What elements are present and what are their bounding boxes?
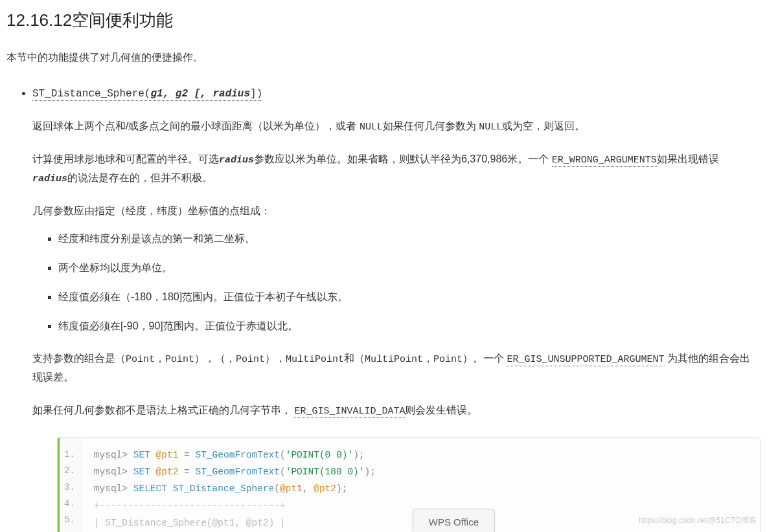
section-title: 空间便利功能: [72, 10, 173, 30]
error-code-link[interactable]: ER_GIS_UNSUPPORTED_ARGUMENT: [507, 354, 665, 366]
list-item: 经度值必须在（-180，180]范围内。正值位于本初子午线以东。: [58, 288, 761, 307]
section-heading: 12.16.12空间便利功能: [6, 5, 761, 36]
function-arg-g2: g2: [176, 88, 188, 100]
radius-param: radius: [219, 155, 254, 166]
function-item: ST_Distance_Sphere(g1, g2 [, radius]) 返回…: [32, 84, 761, 532]
desc-paragraph-4: 支持参数的组合是（Point，Point），（，Point），MultiPoin…: [32, 349, 761, 387]
desc-paragraph-2: 计算使用球形地球和可配置的半径。可选radius参数应以米为单位。如果省略，则默…: [32, 150, 761, 188]
null-literal: NULL: [360, 122, 383, 133]
function-arg-g1: g1: [150, 88, 163, 100]
list-item: 纬度值必须在[-90，90]范围内。正值位于赤道以北。: [58, 317, 761, 336]
desc-paragraph-3: 几何参数应由指定（经度，纬度）坐标值的点组成：: [32, 202, 761, 221]
desc-paragraph-1: 返回球体上两个点和/或多点之间的最小球面距离（以米为单位），或者 NULL如果任…: [32, 117, 761, 136]
section-number: 12.16.12: [6, 10, 72, 30]
error-code-link[interactable]: ER_WRONG_ARGUMENTS: [552, 155, 657, 167]
code-lines: mysql> SET @pt1 = ST_GeomFromText('POINT…: [82, 438, 387, 532]
null-literal: NULL: [479, 122, 502, 133]
function-signature[interactable]: ST_Distance_Sphere(g1, g2 [, radius]): [32, 88, 262, 101]
error-code-link[interactable]: ER_GIS_INVALID_DATA: [294, 406, 405, 418]
list-item: 两个坐标均以度为单位。: [58, 259, 761, 278]
intro-paragraph: 本节中的功能提供了对几何值的便捷操作。: [6, 49, 761, 67]
wps-office-popup[interactable]: WPS Office: [413, 509, 495, 532]
coordinate-rules-list: 经度和纬度分别是该点的第一和第二坐标。 两个坐标均以度为单位。 经度值必须在（-…: [32, 230, 761, 335]
function-name: ST_Distance_Sphere: [32, 88, 144, 100]
function-list: ST_Distance_Sphere(g1, g2 [, radius]) 返回…: [6, 84, 761, 532]
list-item: 经度和纬度分别是该点的第一和第二坐标。: [58, 230, 761, 249]
code-block: 1.2.3.4.5.6.7.8. mysql> SET @pt1 = ST_Ge…: [57, 437, 761, 532]
desc-paragraph-5: 如果任何几何参数都不是语法上格式正确的几何字节串， ER_GIS_INVALID…: [32, 401, 761, 420]
code-gutter: 1.2.3.4.5.6.7.8.: [58, 438, 82, 532]
function-arg-radius: radius: [212, 88, 250, 100]
radius-param: radius: [32, 173, 67, 184]
